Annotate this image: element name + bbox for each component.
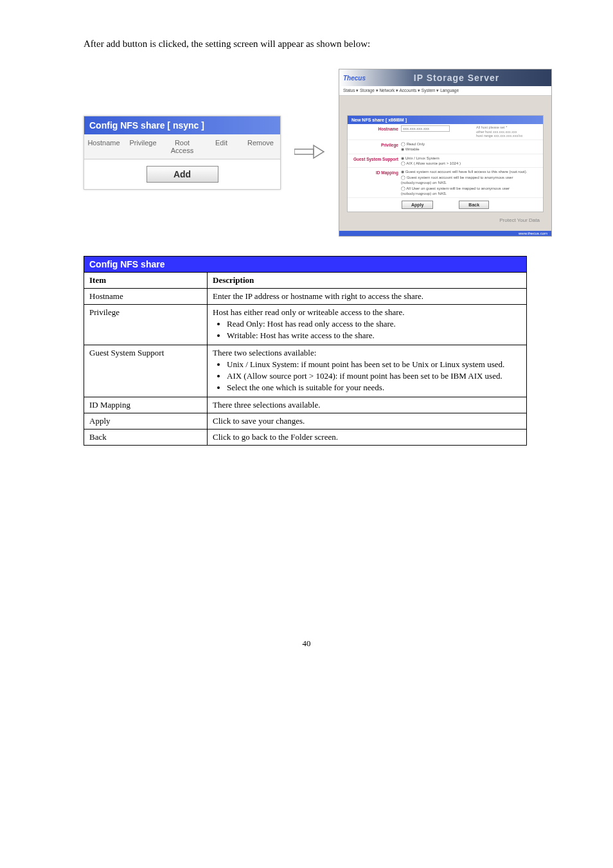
col-root-access: Root Access (163, 134, 202, 159)
add-button[interactable]: Add (147, 166, 218, 183)
desc-back: Click to go back to the Folder screen. (208, 429, 527, 446)
guest-unix[interactable]: Unix / Linux System (405, 156, 440, 160)
item-guest: Guest System Support (84, 345, 208, 397)
form-title: New NFS share [ x86IBM ] (348, 116, 543, 124)
hostname-input[interactable] (401, 125, 450, 132)
table-row: Guest System Support There two selection… (84, 345, 527, 397)
config-nfs-columns: Hostname Privilege Root Access Edit Remo… (84, 134, 280, 159)
spec-table: Config NFS share Item Description Hostna… (84, 256, 527, 446)
footer-url: www.thecus.com (339, 231, 551, 236)
table-row: Apply Click to save your changes. (84, 413, 527, 429)
desc-guest-b3: Select the one which is suitable for you… (227, 383, 521, 393)
table-row: Privilege Host has either read only or w… (84, 305, 527, 345)
figure-row: Config NFS share [ nsync ] Hostname Priv… (84, 69, 568, 237)
banner-title: IP Storage Server (366, 73, 547, 83)
table-row: Hostname Enter the IP address or hostnam… (84, 289, 527, 305)
hostname-hint: All host please set * (476, 125, 540, 130)
desc-priv-b1: Read Only: Host has read only access to … (227, 319, 521, 329)
item-back: Back (84, 429, 208, 446)
footer-brand: Protect Your Data (347, 212, 544, 223)
new-nfs-panel: Thecus IP Storage Server Status ▾ Storag… (339, 69, 552, 237)
desc-idmap: There three selections available. (208, 397, 527, 413)
back-button[interactable]: Back (459, 201, 489, 209)
svg-rect-0 (294, 149, 314, 154)
idmap-opt3[interactable]: All User on guest system will be mapped … (401, 186, 510, 195)
arrow-icon (294, 143, 326, 163)
col-privilege: Privilege (123, 134, 163, 159)
item-apply: Apply (84, 413, 208, 429)
privilege-read[interactable]: Read Only (407, 142, 425, 146)
desc-apply: Click to save your changes. (208, 413, 527, 429)
table-row: Back Click to go back to the Folder scre… (84, 429, 527, 446)
desc-guest-lead: There two selections available: (213, 348, 521, 358)
hostname-hint: other host xxx.xxx.xxx.xxx (476, 130, 540, 134)
table-row: ID Mapping There three selections availa… (84, 397, 527, 413)
idmap-opt2[interactable]: Guest system root account will be mapped… (401, 176, 513, 185)
page-number: 40 (45, 638, 568, 649)
guest-aix[interactable]: AIX ( Allow source port > 1024 ) (406, 161, 461, 165)
table-title: Config NFS share (84, 257, 527, 273)
top-menu[interactable]: Status ▾ Storage ▾ Network ▾ Accounts ▾ … (339, 86, 551, 96)
item-hostname: Hostname (84, 289, 208, 305)
idmap-opt1[interactable]: Guest system root account will have full… (405, 170, 528, 174)
col-desc: Description (213, 275, 254, 285)
config-nfs-title: Config NFS share [ nsync ] (84, 116, 280, 134)
col-hostname: Hostname (84, 134, 123, 159)
intro-text: After add button is clicked, the setting… (84, 39, 568, 50)
item-privilege: Privilege (84, 305, 208, 345)
desc-guest-b1: Unix / Linux System: if mount point has … (227, 359, 521, 370)
brand-logo: Thecus (343, 75, 366, 82)
col-item: Item (89, 275, 106, 285)
item-idmap: ID Mapping (84, 397, 208, 413)
guest-label: Guest System Support (350, 156, 398, 161)
hostname-label: Hostname (350, 125, 398, 131)
privilege-write[interactable]: Writable (405, 147, 420, 151)
idmap-label: ID Mapping (350, 169, 398, 175)
desc-privilege-lead: Host has either read only or writeable a… (213, 307, 521, 318)
apply-button[interactable]: Apply (402, 201, 433, 209)
hostname-hint: host range xxx.xxx.xxx.xxx/xx (476, 134, 540, 138)
col-remove: Remove (241, 134, 280, 159)
desc-guest-b2: AIX (Allow source port > 1024): if mount… (227, 371, 521, 381)
config-nfs-panel: Config NFS share [ nsync ] Hostname Priv… (84, 116, 281, 190)
svg-marker-1 (314, 145, 324, 158)
col-edit: Edit (202, 134, 241, 159)
privilege-label: Privilege (350, 141, 398, 147)
desc-hostname: Enter the IP address or hostname with ri… (208, 289, 527, 305)
desc-priv-b2: Writable: Host has write access to the s… (227, 330, 521, 341)
